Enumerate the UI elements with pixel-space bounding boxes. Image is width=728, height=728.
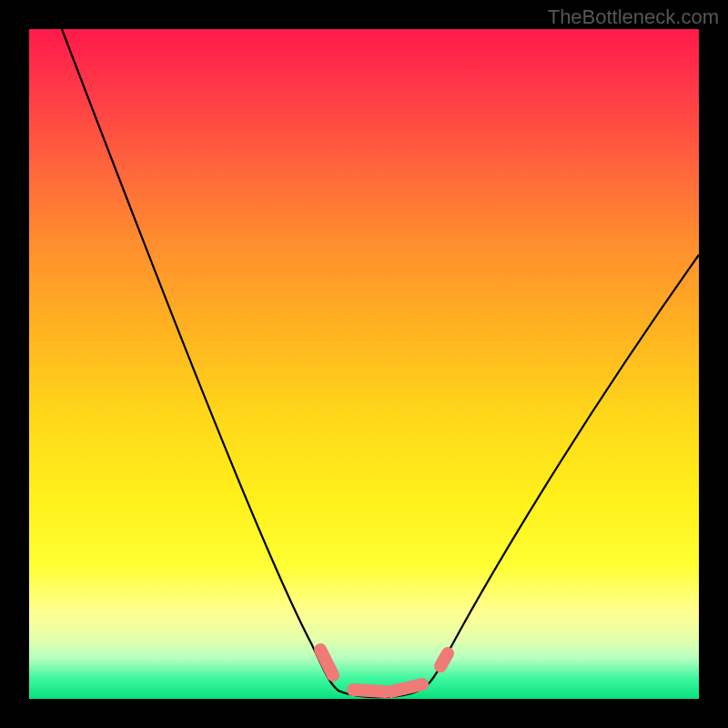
marker-group — [320, 650, 448, 692]
plot-area — [29, 29, 699, 699]
bottleneck-curve — [62, 29, 699, 697]
chart-frame: TheBottleneck.com — [0, 0, 728, 728]
watermark-text: TheBottleneck.com — [548, 5, 719, 29]
marker-dot — [320, 650, 333, 675]
curve-layer — [29, 29, 699, 699]
marker-dot — [353, 690, 386, 692]
marker-dot — [440, 653, 448, 666]
marker-dot — [391, 684, 422, 692]
